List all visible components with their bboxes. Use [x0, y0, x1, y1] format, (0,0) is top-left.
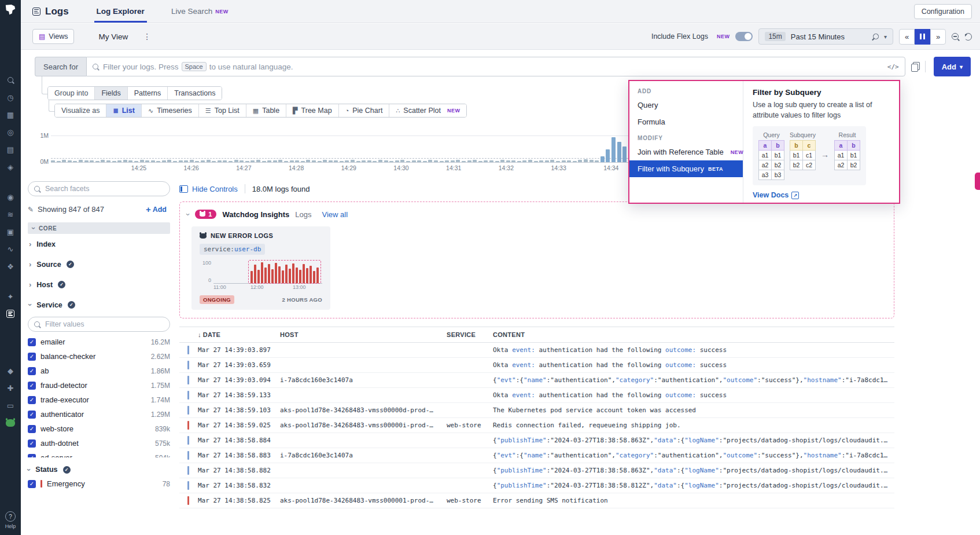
viz-option-pie-chart[interactable]: ◔Pie Chart [339, 104, 390, 117]
group-tab-patterns[interactable]: Patterns [128, 87, 168, 100]
column-header-content[interactable]: CONTENT [493, 331, 894, 338]
insight-query-chip[interactable]: service: user-db [200, 244, 265, 255]
monitors-icon[interactable]: ◎ [0, 128, 21, 136]
facet-search-input[interactable] [44, 184, 164, 193]
facet-filter-input[interactable] [44, 320, 164, 329]
apm-icon[interactable]: ◈ [0, 163, 21, 171]
step-back-button[interactable]: « [899, 29, 915, 45]
table-row[interactable]: Mar 27 14:38:58.825aks-pool1d78e-3426848… [179, 493, 894, 508]
facet-value-trade-executor[interactable]: ✓trade-executor1.74M [28, 393, 170, 407]
checkbox-checked[interactable]: ✓ [28, 439, 36, 448]
menu-item-join-with-reference-table[interactable]: Join with Reference TableNEW [629, 144, 743, 160]
security-icon[interactable]: ▣ [0, 228, 21, 236]
menu-item-formula[interactable]: Formula [629, 113, 743, 130]
facet-value-emailer[interactable]: ✓emailer16.2M [28, 335, 170, 349]
group-tab-transactions[interactable]: Transactions [168, 87, 222, 100]
new-feature-icon[interactable]: ✚ [0, 384, 21, 392]
table-row[interactable]: Mar 27 14:38:58.832{"publishTime":"2024-… [179, 478, 894, 493]
configuration-button[interactable]: Configuration [914, 4, 972, 19]
actions-icon[interactable]: ∿ [0, 245, 21, 253]
facet-value-auth-dotnet[interactable]: ✓auth-dotnet575k [28, 436, 170, 450]
add-query-button[interactable]: Add ▾ [934, 57, 971, 76]
table-row[interactable]: Mar 27 14:39:03.897Okta event: authentic… [179, 343, 894, 358]
search-icon[interactable] [0, 76, 21, 84]
integrations-icon[interactable]: ❖ [0, 262, 21, 270]
tab-log-explorer[interactable]: Log Explorer [94, 0, 147, 23]
checkbox-checked[interactable]: ✓ [28, 338, 36, 346]
table-row[interactable]: Mar 27 14:38:58.883i-7a8cdc160e3c1407a{"… [179, 448, 894, 463]
flex-logs-toggle[interactable] [735, 32, 753, 41]
infrastructure-icon[interactable]: ▤ [0, 145, 21, 153]
datadog-logo[interactable] [4, 4, 17, 18]
facet-value-emergency[interactable]: ✓Emergency78 [28, 477, 170, 491]
saved-view-name[interactable]: My View [98, 32, 128, 41]
view-options-kebab-icon[interactable]: ⋮ [143, 32, 151, 41]
edit-facets-icon[interactable]: ✎ [28, 206, 34, 214]
checkbox-checked[interactable]: ✓ [28, 382, 36, 390]
zoom-out-icon[interactable] [952, 33, 959, 40]
column-header-service[interactable]: SERVICE [447, 331, 487, 338]
refresh-icon[interactable] [964, 33, 972, 41]
step-forward-button[interactable]: » [930, 29, 946, 45]
chevron-down-icon[interactable]: › [184, 213, 193, 215]
viz-option-table[interactable]: ▦Table [246, 104, 286, 117]
copy-icon[interactable] [911, 64, 918, 72]
column-header-host[interactable]: HOST [280, 331, 441, 338]
history-icon[interactable]: ◷ [0, 93, 21, 101]
facet-value-fraud-detector[interactable]: ✓fraud-detector1.75M [28, 378, 170, 393]
table-row[interactable]: Mar 27 14:39:03.659Okta event: authentic… [179, 358, 894, 373]
view-docs-link[interactable]: View Docs ↗ [753, 191, 799, 199]
search-input[interactable]: Filter your logs. Press Space to use nat… [86, 57, 905, 76]
add-facet-button[interactable]: + Add [142, 204, 170, 215]
checkbox-checked[interactable]: ✓ [28, 411, 36, 419]
help-button[interactable]: ? Help [5, 511, 16, 529]
facet-status[interactable]: › Status ✓ [28, 463, 170, 477]
checkbox-checked[interactable]: ✓ [28, 454, 36, 458]
table-row[interactable]: Mar 27 14:38:59.103aks-pool1d78e-3426848… [179, 403, 894, 418]
view-all-link[interactable]: View all [322, 210, 348, 219]
checkbox-checked[interactable]: ✓ [28, 425, 36, 433]
checkbox-checked[interactable]: ✓ [28, 480, 36, 488]
facet-value-authenticator[interactable]: ✓authenticator1.29M [28, 407, 170, 422]
bits-ai-icon[interactable] [0, 419, 21, 427]
llm-observability-icon[interactable]: ✦ [0, 292, 21, 301]
watchdog-count-badge[interactable]: 1 [195, 210, 216, 219]
facet-host[interactable]: ›Host✓ [28, 274, 170, 295]
facet-value-ab[interactable]: ✓ab1.86M [28, 364, 170, 378]
table-row[interactable]: Mar 27 14:38:59.133Okta event: authentic… [179, 388, 894, 403]
session-replay-icon[interactable]: ▭ [0, 401, 21, 409]
pin-icon[interactable] [872, 32, 880, 41]
watchdog-insight-card[interactable]: NEW ERROR LOGS service: user-db 100 0 [191, 226, 330, 310]
checkbox-checked[interactable]: ✓ [28, 396, 36, 404]
software-delivery-icon[interactable]: ≋ [0, 210, 21, 218]
table-row[interactable]: Mar 27 14:38:59.025aks-pool1d78e-3426848… [179, 418, 894, 433]
checkbox-checked[interactable]: ✓ [28, 353, 36, 361]
dashboards-icon[interactable]: ▦ [0, 111, 21, 119]
checkbox-checked[interactable]: ✓ [28, 367, 36, 375]
facet-service[interactable]: ›Service✓ [28, 295, 170, 315]
facet-value-web-store[interactable]: ✓web-store839k [28, 422, 170, 436]
watchdog-flyout-button[interactable] [975, 173, 980, 190]
facet-value-ad-server[interactable]: ✓ad-server504k [28, 450, 170, 457]
facet-index[interactable]: ›Index [28, 234, 170, 254]
facet-value-balance-checker[interactable]: ✓balance-checker2.62M [28, 349, 170, 364]
facet-source[interactable]: ›Source✓ [28, 254, 170, 274]
column-header-date[interactable]: ↓DATE [198, 331, 274, 338]
viz-option-scatter-plot[interactable]: ∴Scatter PlotNEW [389, 104, 466, 117]
viz-option-timeseries[interactable]: ∿Timeseries [142, 104, 199, 117]
core-section-header[interactable]: › CORE [28, 222, 170, 234]
viz-option-list[interactable]: ≣List [106, 104, 141, 117]
code-view-icon[interactable]: </> [887, 63, 899, 71]
menu-item-filter-with-subquery[interactable]: Filter with SubqueryBETA [629, 160, 743, 177]
views-button[interactable]: ▤ Views [32, 29, 74, 44]
pause-button[interactable] [915, 29, 930, 45]
hide-controls-button[interactable]: Hide Controls [179, 185, 238, 193]
table-row[interactable]: Mar 27 14:38:58.882{"publishTime":"2024-… [179, 463, 894, 478]
viz-option-tree-map[interactable]: ▛Tree Map [286, 104, 339, 117]
metrics-icon[interactable]: ◆ [0, 367, 21, 375]
viz-option-top-list[interactable]: ☰Top List [199, 104, 246, 117]
menu-item-query[interactable]: Query [629, 97, 743, 113]
time-range-control[interactable]: 15m Past 15 Minutes ▾ [758, 28, 893, 45]
logs-icon[interactable] [0, 310, 21, 318]
chevron-down-icon[interactable]: ▾ [884, 34, 887, 40]
